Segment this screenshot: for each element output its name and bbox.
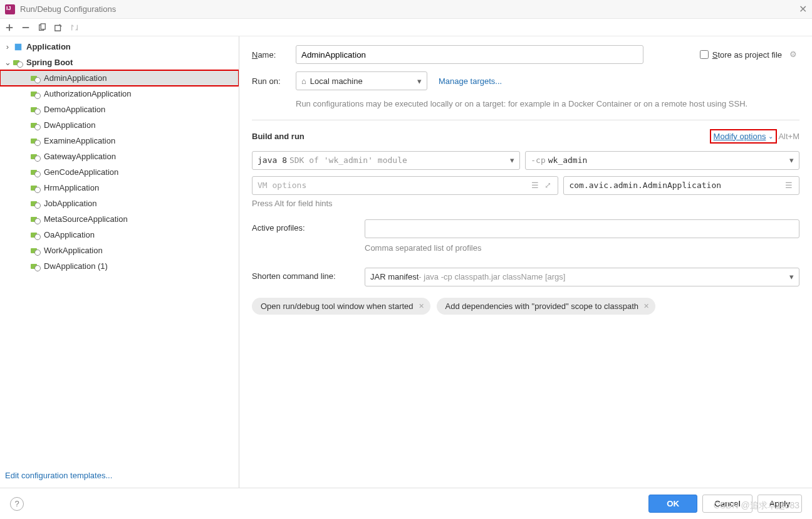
tree-item[interactable]: DwApplication (1) [0,258,239,274]
chevron-down-icon: ▾ [417,76,422,86]
jdk-select[interactable]: java 8 SDK of 'wk_admin' module ▾ [252,151,520,170]
intellij-icon [5,4,15,14]
config-toolbar [0,19,812,36]
tree-label: Application [26,42,71,51]
list-icon[interactable]: ☰ [784,181,794,191]
remove-chip-icon[interactable]: ✕ [643,302,649,310]
tree-group-springboot[interactable]: ⌄ Spring Boot [0,55,239,70]
chevron-right-icon: › [3,42,13,51]
tree-label: GatewayApplication [44,152,116,161]
jdk-module: SDK of 'wk_admin' module [289,155,407,165]
spring-boot-icon [30,73,41,83]
tree-label: MetaSourceApplication [44,214,128,224]
tree-label: Spring Boot [26,58,73,67]
copy-config-button[interactable] [35,21,49,34]
tree-label: HrmApplication [44,183,99,192]
main-class-value: com.avic.admin.AdminApplication [569,181,781,190]
manage-targets-link[interactable]: Manage targets... [439,76,502,86]
tree-label: ExamineApplication [44,136,115,145]
cp-value: wk_admin [548,155,588,165]
tree-label: DwApplication [44,120,95,130]
tree-label: OaApplication [44,230,95,239]
spring-boot-icon [30,183,41,193]
shorten-cmd-label: Shorten command line: [252,268,365,281]
store-as-project-option[interactable]: Store as project file ⚙ [700,50,799,60]
run-on-select[interactable]: ⌂ Local machine ▾ [296,71,427,90]
shorten-cmd-select[interactable]: JAR manifest - java -cp classpath.jar cl… [365,268,799,286]
window-title: Run/Debug Configurations [20,4,799,14]
main-class-input[interactable]: com.avic.admin.AdminApplication ☰ [563,176,799,195]
divider [252,120,799,120]
application-icon [13,42,24,52]
edit-templates-link[interactable]: Edit configuration templates... [0,463,239,488]
profiles-hint: Comma separated list of profiles [365,243,799,253]
add-config-button[interactable] [3,21,16,34]
expand-icon[interactable]: ⤢ [543,181,553,191]
main-content: › Application ⌄ Spring Boot AdminApplica… [0,36,812,488]
spring-boot-icon [30,152,41,162]
shortcut-hint: Alt+M [778,132,799,141]
cancel-button[interactable]: Cancel [702,495,752,513]
close-icon[interactable]: ✕ [799,3,807,15]
spring-boot-icon [30,214,41,224]
tree-label: GenCodeApplication [44,167,118,177]
tree-item[interactable]: GenCodeApplication [0,164,239,180]
remove-chip-icon[interactable]: ✕ [419,302,424,310]
option-chip-tool-window[interactable]: Open run/debug tool window when started … [252,298,430,315]
option-chip-provided-scope[interactable]: Add dependencies with "provided" scope t… [437,298,655,315]
ok-button[interactable]: OK [648,495,697,513]
config-tree-pane: › Application ⌄ Spring Boot AdminApplica… [0,36,239,488]
chevron-down-icon: ▾ [789,155,794,165]
chevron-down-icon: ⌄ [768,133,773,140]
vm-options-input[interactable]: VM options ☰ ⤢ [252,176,558,195]
config-form-pane: Name: Store as project file ⚙ Run on: ⌂ … [239,36,812,488]
store-checkbox[interactable] [700,50,709,59]
config-tree[interactable]: › Application ⌄ Spring Boot AdminApplica… [0,36,239,463]
spring-boot-icon [30,199,41,209]
active-profiles-input[interactable] [365,219,799,238]
tree-item[interactable]: AuthorizationApplication [0,86,239,102]
store-label: Store as project file [712,50,782,60]
cp-prefix: -cp [531,155,545,165]
spring-boot-icon [30,261,41,271]
tree-item[interactable]: ExamineApplication [0,133,239,149]
tree-label: DemoApplication [44,105,105,114]
chevron-down-icon: ▾ [510,155,514,165]
help-button[interactable]: ? [10,497,24,511]
tree-item[interactable]: OaApplication [0,227,239,243]
modify-options-link[interactable]: Modify options ⌄ [711,130,776,142]
spring-boot-icon [30,105,41,115]
apply-button[interactable]: Apply [757,495,802,513]
svg-rect-2 [15,43,22,50]
name-label: Name: [252,50,296,60]
active-profiles-label: Active profiles: [252,219,365,233]
gear-icon[interactable]: ⚙ [789,50,799,60]
list-icon[interactable]: ☰ [530,181,540,191]
build-run-header: Build and run [252,132,304,141]
tree-item[interactable]: HrmApplication [0,180,239,196]
tree-label: WorkApplication [44,246,103,255]
tree-item[interactable]: MetaSourceApplication [0,211,239,227]
sort-config-button[interactable] [68,21,81,34]
save-config-button[interactable] [51,21,65,34]
remove-config-button[interactable] [19,21,33,34]
spring-boot-icon [30,136,41,146]
spring-boot-icon [30,167,41,177]
tree-item[interactable]: WorkApplication [0,243,239,258]
spring-boot-icon [30,89,41,99]
shorten-value: JAR manifest [370,272,419,281]
tree-item[interactable]: GatewayApplication [0,149,239,164]
classpath-select[interactable]: -cp wk_admin ▾ [525,151,799,170]
tree-item[interactable]: AdminApplication [0,70,239,86]
shorten-hint: - java -cp classpath.jar className [args… [419,272,565,281]
tree-item[interactable]: DwApplication [0,117,239,133]
chevron-down-icon: ▾ [789,272,794,281]
svg-rect-1 [41,23,45,29]
tree-item[interactable]: JobApplication [0,196,239,211]
vm-placeholder: VM options [258,181,528,190]
name-input[interactable] [296,45,643,64]
run-on-hint: Run configurations may be executed local… [296,98,799,111]
tree-label: JobApplication [44,199,97,208]
tree-item[interactable]: DemoApplication [0,102,239,117]
tree-group-application[interactable]: › Application [0,39,239,55]
